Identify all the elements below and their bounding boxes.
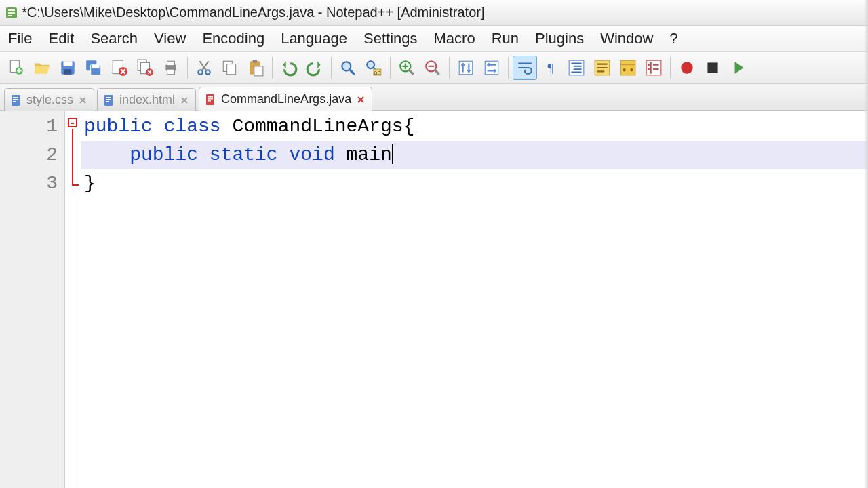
close-tab-icon[interactable] [179, 95, 190, 106]
sync-h-icon [483, 59, 500, 77]
menu-search[interactable]: Search [85, 27, 149, 50]
toolbar: ab¶ [0, 52, 868, 84]
menu-file[interactable]: File [3, 27, 43, 50]
fold-toggle-icon[interactable]: - [68, 118, 77, 127]
window-edge [864, 0, 868, 488]
close-tab-icon[interactable] [355, 94, 366, 105]
svg-rect-53 [106, 101, 109, 102]
menu-edit[interactable]: Edit [43, 27, 85, 50]
code-token [198, 144, 210, 165]
undo-button[interactable] [277, 56, 301, 80]
cut-button[interactable] [192, 56, 216, 80]
save-all-button[interactable] [81, 56, 106, 80]
code-area[interactable]: public class CommandLineArgs{ public sta… [81, 111, 868, 488]
sync-h-button[interactable] [479, 56, 504, 80]
svg-rect-11 [92, 64, 100, 68]
word-wrap-button[interactable] [513, 56, 537, 80]
tab-index-html[interactable]: index.html [97, 88, 196, 111]
titlebar: *C:\Users\Mike\Desktop\CommandLineArgs.j… [0, 0, 868, 26]
toolbar-separator [449, 57, 450, 79]
line-number-gutter: 123 [0, 111, 65, 488]
code-token: CommandLineArgs{ [221, 116, 415, 137]
open-button[interactable] [30, 56, 54, 80]
text-cursor [392, 144, 393, 164]
code-token: void [290, 144, 335, 165]
menu-plugins[interactable]: Plugins [530, 27, 595, 50]
ud-lang-button[interactable] [590, 56, 614, 80]
menu-macro[interactable]: Macro [429, 27, 486, 50]
stop-button[interactable] [701, 56, 725, 80]
svg-rect-8 [64, 69, 72, 75]
folder-button[interactable] [616, 56, 640, 80]
svg-text:ab: ab [374, 68, 381, 75]
svg-rect-33 [459, 61, 473, 75]
play-button[interactable] [726, 56, 751, 80]
zoom-in-button[interactable] [395, 56, 419, 80]
file-icon [205, 94, 217, 106]
show-all-button[interactable]: ¶ [538, 56, 563, 80]
tab-label: CommandLineArgs.java [221, 92, 351, 106]
find-button[interactable] [336, 56, 360, 80]
svg-rect-19 [167, 69, 175, 75]
code-token: public [130, 144, 198, 165]
new-icon [7, 59, 25, 77]
menu-run[interactable]: Run [486, 27, 530, 50]
menu-help[interactable]: ? [664, 27, 688, 50]
print-button[interactable] [159, 56, 183, 80]
tabbar: style.cssindex.htmlCommandLineArgs.java [0, 84, 868, 111]
code-line[interactable]: } [81, 169, 868, 198]
replace-icon: ab [365, 59, 382, 77]
menu-encoding[interactable]: Encoding [197, 27, 275, 50]
code-line[interactable]: public static void main [81, 141, 868, 169]
tab-commandlineargs-java[interactable]: CommandLineArgs.java [199, 87, 372, 111]
tab-style-css[interactable]: style.css [4, 88, 94, 111]
file-icon [103, 94, 115, 106]
tab-label: index.html [119, 93, 175, 107]
svg-rect-3 [8, 15, 12, 16]
save-all-icon [85, 59, 102, 77]
fold-column[interactable]: - [65, 111, 81, 488]
record-button[interactable] [675, 56, 699, 80]
svg-rect-1 [8, 9, 15, 11]
sync-v-button[interactable] [454, 56, 478, 80]
save-icon [59, 59, 77, 77]
code-token [153, 116, 164, 137]
close-button[interactable] [107, 56, 132, 80]
save-button[interactable] [56, 56, 80, 80]
indent-guide-button[interactable] [564, 56, 589, 80]
new-button[interactable] [4, 56, 28, 80]
find-icon [339, 59, 357, 77]
redo-button[interactable] [302, 56, 327, 80]
svg-rect-36 [569, 60, 584, 75]
zoom-out-button[interactable] [420, 56, 445, 80]
svg-rect-50 [104, 95, 113, 106]
undo-icon [280, 59, 298, 77]
line-number: 3 [0, 169, 58, 198]
code-token: class [164, 116, 221, 137]
close-tab-icon[interactable] [77, 95, 88, 106]
svg-rect-45 [707, 62, 717, 73]
code-line[interactable]: public class CommandLineArgs{ [81, 113, 868, 141]
zoom-out-icon [424, 59, 441, 77]
toolbar-separator [390, 57, 391, 79]
svg-rect-46 [12, 95, 20, 106]
close-all-icon [136, 59, 154, 77]
svg-rect-18 [167, 61, 175, 66]
toolbar-separator [508, 57, 509, 79]
menu-settings[interactable]: Settings [358, 27, 429, 50]
replace-button[interactable]: ab [361, 56, 386, 80]
cut-icon [195, 59, 213, 77]
menu-window[interactable]: Window [595, 27, 664, 50]
function-list-button[interactable] [642, 56, 666, 80]
copy-button[interactable] [218, 56, 242, 80]
menu-language[interactable]: Language [275, 27, 358, 50]
fold-guide-end [72, 184, 79, 186]
close-all-button[interactable] [133, 56, 157, 80]
svg-point-42 [648, 64, 650, 66]
sync-v-icon [457, 59, 475, 77]
svg-rect-54 [206, 94, 214, 105]
code-token: main [335, 144, 392, 165]
menu-view[interactable]: View [149, 27, 197, 50]
toolbar-separator [272, 57, 273, 79]
paste-button[interactable] [243, 56, 268, 80]
